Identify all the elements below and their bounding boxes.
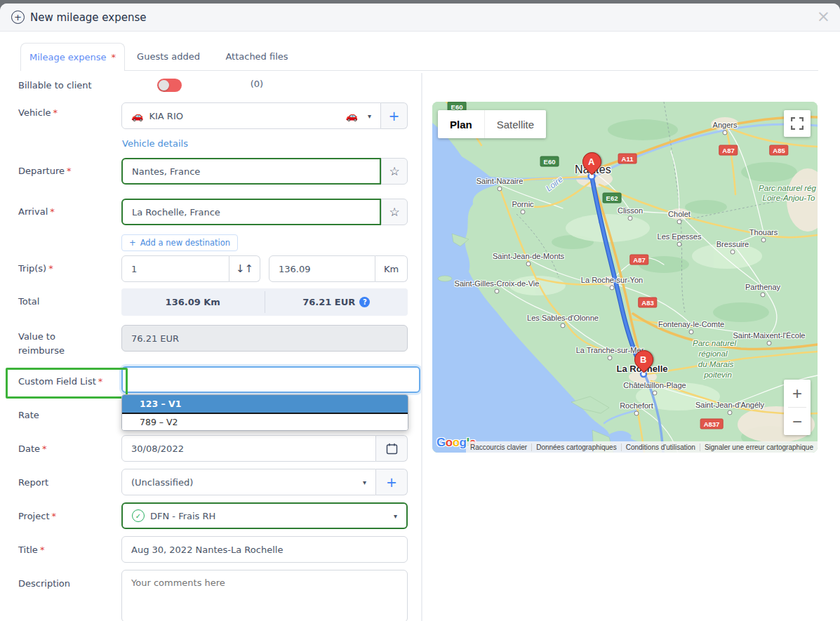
map-type-control: Plan Satellite: [438, 110, 546, 138]
calendar-button[interactable]: [376, 435, 408, 462]
map-label: Angers: [713, 121, 738, 129]
screen: + New mileage expense × Mileage expense*…: [0, 0, 840, 621]
town-dot: [677, 242, 682, 247]
departure-favorite-button[interactable]: ☆: [381, 158, 408, 185]
town-dot: [634, 411, 639, 416]
add-report-button[interactable]: +: [376, 469, 408, 495]
chevron-down-icon: ▾: [363, 479, 366, 486]
departure-input[interactable]: [121, 158, 381, 185]
attribution-link[interactable]: Signaler une erreur cartographique: [700, 443, 818, 451]
tab-attached-files-0-[interactable]: Attached files (0): [220, 43, 293, 70]
dialog-title-group: + New mileage expense: [11, 11, 147, 24]
reimburse-value: 76.21 EUR: [121, 325, 408, 352]
map-label: Châtelaillon-Plage: [623, 381, 686, 389]
town-dot: [723, 131, 728, 135]
map-label: régional: [699, 349, 728, 358]
arrival-favorite-button[interactable]: ☆: [381, 199, 408, 225]
road-badge: E62: [603, 193, 622, 203]
reimburse-label: Value to reimburse: [18, 330, 79, 358]
tab-guests-added-0-[interactable]: Guests added (0): [131, 43, 206, 70]
close-icon[interactable]: ×: [817, 8, 830, 25]
town-dot: [728, 410, 733, 415]
date-input[interactable]: [121, 435, 376, 462]
town-dot: [767, 341, 772, 346]
route-map[interactable]: Saint-NazaireNantesPornicClissonCholetAn…: [432, 102, 818, 453]
map-label: Clisson: [618, 206, 643, 215]
custom-field-input[interactable]: [121, 366, 420, 393]
zoom-in-button[interactable]: +: [784, 380, 811, 407]
map-label: Fontenay-le-Comte: [658, 320, 724, 328]
rate-label: Rate: [18, 410, 39, 420]
attribution-link[interactable]: Données cartographiques: [531, 443, 621, 451]
road-badge: E60: [540, 156, 559, 167]
arrival-input[interactable]: [121, 199, 381, 225]
town-dot: [608, 356, 613, 361]
total-amount-cell: 76.21 EUR ?: [265, 288, 408, 316]
town-dot: [521, 210, 526, 215]
car-outline-icon: 🚗: [131, 110, 143, 121]
billable-toggle[interactable]: [157, 79, 182, 92]
road-badge: A11: [618, 154, 637, 164]
trip-count-input[interactable]: [121, 255, 229, 282]
report-label: Report: [18, 477, 48, 488]
map-label: Saint-Jean-de-Monts: [493, 252, 564, 260]
map-label: La Roche-sur-Yon: [581, 276, 643, 284]
total-amount: 76.21 EUR: [302, 297, 355, 307]
map-type-plan-button[interactable]: Plan: [438, 110, 484, 138]
vehicle-value: KIA RIO: [149, 111, 182, 121]
dropdown-option[interactable]: 789 – V2: [122, 414, 408, 430]
attribution-link[interactable]: Conditions d'utilisation: [621, 443, 700, 451]
date-label: Date*: [18, 443, 47, 454]
description-textarea[interactable]: [121, 570, 408, 621]
road-badge: A87: [719, 145, 738, 156]
chevron-down-icon: ▾: [368, 112, 371, 120]
map-label: Rochefort: [620, 401, 653, 410]
dialog-header: + New mileage expense ×: [0, 4, 840, 32]
distance-unit: Km: [375, 255, 408, 282]
title-input[interactable]: [121, 536, 408, 563]
town-dot: [610, 286, 615, 291]
trips-label: Trip(s)*: [18, 263, 53, 274]
tab-mileage-expense[interactable]: Mileage expense*: [20, 43, 125, 71]
map-label: Parthenay: [745, 283, 780, 291]
add-vehicle-button[interactable]: +: [381, 102, 408, 129]
vehicle-details-link[interactable]: Vehicle details: [122, 138, 188, 149]
map-label: poitevin: [704, 370, 732, 379]
description-label: Description: [18, 578, 70, 589]
round-trip-toggle-button[interactable]: ↓↑: [229, 255, 260, 282]
help-icon[interactable]: ?: [359, 297, 370, 307]
map-label: du Marais: [698, 360, 734, 368]
attribution-link[interactable]: Raccourcis clavier: [466, 443, 531, 451]
map-label: Thouars: [749, 228, 778, 236]
town-dot: [495, 289, 500, 294]
vehicle-label: Vehicle*: [18, 107, 58, 118]
add-destination-button[interactable]: + Add a new destination: [121, 234, 238, 251]
scrollbar-track[interactable]: [421, 73, 422, 621]
annotation-highlight: [6, 368, 128, 399]
fullscreen-button[interactable]: [784, 110, 811, 137]
map-attribution-bar: Raccourcis clavierDonnées cartographique…: [466, 441, 818, 453]
zoom-out-button[interactable]: −: [784, 408, 811, 435]
map-type-satellite-button[interactable]: Satellite: [484, 110, 546, 138]
vehicle-select[interactable]: 🚗 KIA RIO 🚗 ▾: [121, 102, 381, 129]
calendar-icon: [386, 443, 398, 455]
town-dot: [653, 391, 658, 396]
tab-divider: [20, 70, 818, 71]
custom-field-dropdown: 123 – V1789 – V2: [121, 394, 408, 431]
distance-input[interactable]: [269, 255, 375, 282]
town-dot: [498, 187, 502, 192]
toggle-knob: [159, 80, 169, 91]
report-select[interactable]: (Unclassified) ▾: [121, 469, 376, 495]
car-green-icon: 🚗: [346, 110, 358, 121]
dropdown-option[interactable]: 123 – V1: [122, 395, 408, 414]
new-mileage-expense-dialog: + New mileage expense × Mileage expense*…: [0, 4, 840, 621]
project-select[interactable]: ✓ DFN - Frais RH ▾: [121, 502, 408, 529]
total-bar: 136.09 Km 76.21 EUR ?: [121, 288, 408, 316]
map-label: Parc naturel rég: [759, 184, 816, 192]
town-dot: [761, 238, 766, 243]
town-dot: [689, 330, 694, 335]
road-badge: A83: [638, 298, 657, 308]
town-dot: [628, 216, 633, 221]
road-badge: A85: [769, 145, 788, 156]
fullscreen-icon: [791, 117, 804, 130]
